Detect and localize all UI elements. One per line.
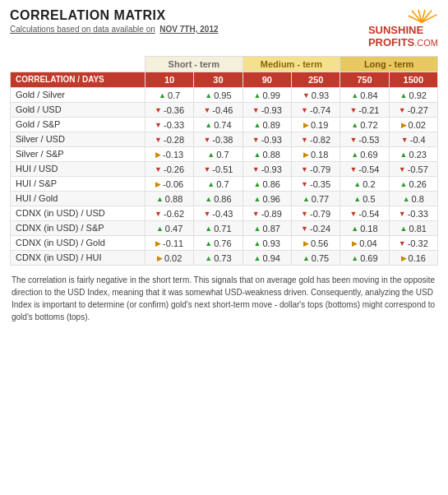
cell-value: ▶0.16 <box>389 250 437 265</box>
cell-value: ▼-0.36 <box>145 102 193 117</box>
col-header-30: 30 <box>194 72 242 87</box>
table-row: Gold / USD▼-0.36▼-0.46▼-0.93▼-0.74▼-0.21… <box>11 102 438 117</box>
row-label: CDNX (in USD) / HUI <box>11 250 145 265</box>
logo: SUNSHINE PROFITS.COM <box>368 8 438 49</box>
cell-value: ▲0.88 <box>242 146 291 161</box>
cell-value: ▼-0.62 <box>145 206 193 220</box>
table-row: Gold / Silver▲0.7▲0.95▲0.99▼0.93▲0.84▲0.… <box>11 87 438 102</box>
group-header-row: Short - term Medium - term Long - term <box>11 56 438 72</box>
table-row: CDNX (in USD) / S&P▲0.47▲0.71▲0.87▼-0.24… <box>11 220 438 235</box>
cell-value: ▼-0.53 <box>340 132 389 146</box>
cell-value: ▲0.93 <box>242 235 291 250</box>
cell-value: ▼-0.32 <box>389 235 437 250</box>
cell-value: ▼-0.43 <box>194 206 242 220</box>
cell-value: ▶0.04 <box>340 235 389 250</box>
cell-value: ▲0.18 <box>340 220 389 235</box>
table-row: CDNX (in USD) / HUI▶0.02▲0.73▲0.94▲0.75▲… <box>11 250 438 265</box>
cell-value: ▲0.86 <box>242 176 291 191</box>
subtitle: Calculations based on data available on … <box>10 25 219 34</box>
cell-value: ▲0.81 <box>389 220 437 235</box>
cell-value: ▲0.77 <box>291 191 339 206</box>
cell-value: ▼-0.93 <box>242 102 291 117</box>
cell-value: ▼-0.33 <box>145 117 193 132</box>
row-label: Gold / USD <box>11 102 145 117</box>
col-header-10: 10 <box>145 72 193 87</box>
cell-value: ▼-0.93 <box>242 132 291 146</box>
cell-value: ▲0.7 <box>194 176 242 191</box>
cell-value: ▼-0.35 <box>291 176 339 191</box>
cell-value: ▲0.95 <box>194 87 242 102</box>
cell-value: ▲0.87 <box>242 220 291 235</box>
cell-value: ▲0.72 <box>340 117 389 132</box>
cell-value: ▲0.26 <box>389 176 437 191</box>
row-label: HUI / S&P <box>11 176 145 191</box>
group-empty-header <box>11 56 145 72</box>
cell-value: ▼-0.54 <box>340 161 389 176</box>
cell-value: ▼-0.21 <box>340 102 389 117</box>
group-medium-term: Medium - term <box>242 56 340 72</box>
cell-value: ▲0.94 <box>242 250 291 265</box>
logo-profits: PROFITS <box>368 36 414 49</box>
cell-value: ▼-0.33 <box>389 206 437 220</box>
table-row: HUI / USD▼-0.26▼-0.51▼-0.93▼-0.79▼-0.54▼… <box>11 161 438 176</box>
title-block: CORRELATION MATRIX Calculations based on… <box>10 8 219 34</box>
main-container: CORRELATION MATRIX Calculations based on… <box>0 0 448 331</box>
cell-value: ▼0.93 <box>291 87 339 102</box>
header: CORRELATION MATRIX Calculations based on… <box>10 8 438 49</box>
cell-value: ▼-0.82 <box>291 132 339 146</box>
cell-value: ▶0.19 <box>291 117 339 132</box>
cell-value: ▲0.75 <box>291 250 339 265</box>
col-header-750: 750 <box>340 72 389 87</box>
cell-value: ▼-0.79 <box>291 161 339 176</box>
row-label: Silver / USD <box>11 132 145 146</box>
cell-value: ▲0.69 <box>340 146 389 161</box>
logo-sunshine: SUNSHINE <box>368 24 423 36</box>
col-header-row: CORRELATION / DAYS 10 30 90 250 750 1500 <box>11 72 438 87</box>
cell-value: ▲0.2 <box>340 176 389 191</box>
cell-value: ▶0.18 <box>291 146 339 161</box>
cell-value: ▶-0.11 <box>145 235 193 250</box>
table-row: HUI / Gold▲0.88▲0.86▲0.96▲0.77▲0.5▲0.8 <box>11 191 438 206</box>
cell-value: ▲0.5 <box>340 191 389 206</box>
row-label: Gold / S&P <box>11 117 145 132</box>
row-label: HUI / USD <box>11 161 145 176</box>
cell-value: ▶0.02 <box>389 117 437 132</box>
footer-text: The correlation is fairly negative in th… <box>10 274 438 323</box>
cell-value: ▼-0.79 <box>291 206 339 220</box>
cell-value: ▼-0.4 <box>389 132 437 146</box>
cell-value: ▲0.69 <box>340 250 389 265</box>
cell-value: ▼-0.24 <box>291 220 339 235</box>
label-col-header: CORRELATION / DAYS <box>11 72 145 87</box>
logo-com: .COM <box>414 38 438 48</box>
cell-value: ▲0.88 <box>145 191 193 206</box>
cell-value: ▲0.23 <box>389 146 437 161</box>
cell-value: ▲0.7 <box>145 87 193 102</box>
cell-value: ▼-0.89 <box>242 206 291 220</box>
group-long-term: Long - term <box>340 56 438 72</box>
subtitle-date: NOV 7TH, 2012 <box>159 25 218 34</box>
cell-value: ▲0.99 <box>242 87 291 102</box>
row-label: Silver / S&P <box>11 146 145 161</box>
cell-value: ▼-0.57 <box>389 161 437 176</box>
cell-value: ▼-0.38 <box>194 132 242 146</box>
cell-value: ▼-0.51 <box>194 161 242 176</box>
subtitle-prefix: Calculations based on data available on <box>10 25 155 34</box>
col-header-90: 90 <box>242 72 291 87</box>
main-title: CORRELATION MATRIX <box>10 8 219 23</box>
col-header-250: 250 <box>291 72 339 87</box>
group-short-term: Short - term <box>145 56 242 72</box>
cell-value: ▼-0.74 <box>291 102 339 117</box>
cell-value: ▼-0.93 <box>242 161 291 176</box>
col-header-1500: 1500 <box>389 72 437 87</box>
cell-value: ▲0.73 <box>194 250 242 265</box>
cell-value: ▲0.47 <box>145 220 193 235</box>
cell-value: ▲0.96 <box>242 191 291 206</box>
table-row: Silver / USD▼-0.28▼-0.38▼-0.93▼-0.82▼-0.… <box>11 132 438 146</box>
cell-value: ▶-0.13 <box>145 146 193 161</box>
cell-value: ▲0.89 <box>242 117 291 132</box>
row-label: HUI / Gold <box>11 191 145 206</box>
cell-value: ▲0.86 <box>194 191 242 206</box>
logo-text: SUNSHINE PROFITS.COM <box>368 25 438 49</box>
table-row: CDNX (in USD) / Gold▶-0.11▲0.76▲0.93▶0.5… <box>11 235 438 250</box>
table-row: HUI / S&P▶-0.06▲0.7▲0.86▼-0.35▲0.2▲0.26 <box>11 176 438 191</box>
